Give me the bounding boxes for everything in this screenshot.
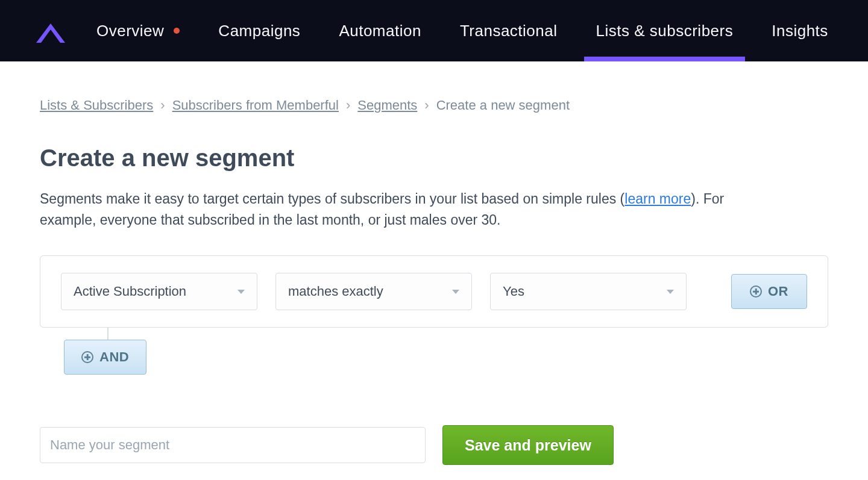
rule-field-value: Active Subscription	[74, 284, 186, 299]
logo-icon	[36, 19, 65, 43]
rule-value-select[interactable]: Yes	[490, 273, 687, 310]
nav-item-campaigns[interactable]: Campaigns	[218, 0, 300, 61]
add-and-rule-button[interactable]: AND	[64, 340, 146, 375]
nav-item-overview[interactable]: Overview	[96, 0, 180, 61]
segment-save-row: Save and preview	[40, 425, 828, 465]
breadcrumb-link-list-name[interactable]: Subscribers from Memberful	[172, 98, 339, 113]
nav-item-label: Campaigns	[218, 22, 300, 40]
or-button-label: OR	[768, 284, 788, 299]
breadcrumb-link-segments[interactable]: Segments	[357, 98, 417, 113]
page-content: Lists & Subscribers › Subscribers from M…	[0, 61, 868, 480]
learn-more-link[interactable]: learn more	[624, 191, 691, 207]
notification-dot-icon	[174, 28, 180, 34]
page-title: Create a new segment	[40, 145, 828, 172]
rule-operator-value: matches exactly	[288, 284, 383, 299]
nav-item-insights[interactable]: Insights	[772, 0, 828, 61]
rule-operator-select[interactable]: matches exactly	[275, 273, 472, 310]
rule-connector-line	[107, 328, 108, 340]
chevron-down-icon	[452, 290, 459, 294]
rule-value-value: Yes	[503, 284, 524, 299]
chevron-right-icon: ›	[346, 98, 350, 113]
add-or-rule-button[interactable]: OR	[731, 274, 807, 309]
nav-item-lists[interactable]: Lists & subscribers	[596, 0, 734, 61]
svg-marker-0	[36, 23, 65, 43]
plus-circle-icon	[81, 351, 93, 363]
intro-text-part1: Segments make it easy to target certain …	[40, 191, 624, 207]
segment-name-input[interactable]	[40, 427, 426, 463]
and-button-label: AND	[99, 349, 129, 365]
nav-list: Overview Campaigns Automation Transactio…	[96, 0, 828, 61]
breadcrumb: Lists & Subscribers › Subscribers from M…	[40, 98, 828, 113]
chevron-down-icon	[667, 290, 674, 294]
top-nav: Overview Campaigns Automation Transactio…	[0, 0, 868, 61]
nav-item-transactional[interactable]: Transactional	[460, 0, 558, 61]
nav-item-label: Overview	[96, 22, 164, 40]
rule-field-select[interactable]: Active Subscription	[61, 273, 257, 310]
segment-rule-group: Active Subscription matches exactly Yes …	[40, 255, 828, 328]
nav-item-label: Transactional	[460, 22, 558, 40]
chevron-down-icon	[237, 290, 245, 294]
breadcrumb-current: Create a new segment	[436, 98, 570, 113]
nav-item-automation[interactable]: Automation	[339, 0, 421, 61]
nav-item-label: Lists & subscribers	[596, 22, 734, 40]
chevron-right-icon: ›	[424, 98, 429, 113]
nav-item-label: Automation	[339, 22, 421, 40]
plus-circle-icon	[750, 285, 762, 298]
nav-item-label: Insights	[772, 22, 828, 40]
app-logo[interactable]	[36, 19, 65, 43]
save-and-preview-button[interactable]: Save and preview	[442, 425, 614, 465]
breadcrumb-link-lists[interactable]: Lists & Subscribers	[40, 98, 153, 113]
chevron-right-icon: ›	[160, 98, 165, 113]
intro-text: Segments make it easy to target certain …	[40, 189, 763, 230]
